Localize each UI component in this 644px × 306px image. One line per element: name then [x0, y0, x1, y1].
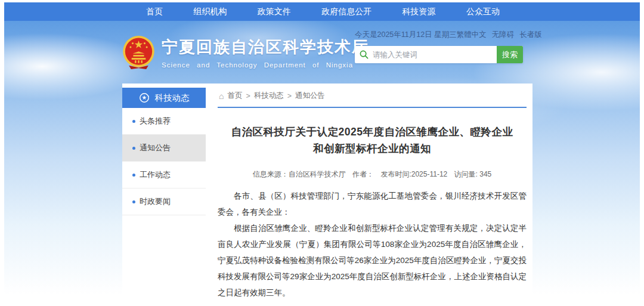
site-brand[interactable]: 宁夏回族自治区科学技术厅 Science and Technology Depa… — [122, 35, 369, 70]
breadcrumb-tech-dynamics[interactable]: 科技动态 — [254, 91, 284, 101]
nav-item-government-info-disclosure[interactable]: 政府信息公开 — [321, 7, 371, 17]
home-icon: ⌂ — [219, 92, 224, 100]
sidebar-item-headline-recommend[interactable]: 头条推荐 — [122, 108, 206, 135]
bullet-icon — [132, 174, 135, 177]
quick-links: 繁體中文 无障碍 长者版 — [457, 30, 542, 40]
sidebar-item-current-politics[interactable]: 时政要闻 — [122, 188, 206, 215]
link-traditional-chinese[interactable]: 繁體中文 — [457, 30, 487, 40]
article-meta: 信息来源：自治区科学技术厅 作者： 发布时间:2025-11-12 访问量: 3… — [218, 169, 527, 180]
sidebar-section-tech-dynamics[interactable]: 科技动态 — [122, 88, 206, 108]
brand-text: 宁夏回族自治区科学技术厅 Science and Technology Depa… — [162, 36, 369, 69]
article-paragraph: 各市、县（区）科技管理部门，宁东能源化工基地管委会，银川经济技术开发区管委会，各… — [218, 188, 527, 220]
search-input[interactable] — [373, 46, 497, 63]
breadcrumb-separator: > — [287, 92, 292, 100]
page: 首页 组织机构 政策文件 政府信息公开 科技资源 公众互动 — [0, 0, 644, 306]
breadcrumb: ⌂ 首页 > 科技动态 > 通知公告 — [218, 88, 527, 108]
sidebar-item-label: 头条推荐 — [140, 116, 171, 126]
sidebar: 科技动态 头条推荐 通知公告 工作动态 — [122, 88, 206, 215]
meta-source: 信息来源：自治区科学技术厅 — [253, 170, 346, 178]
meta-publish-date: 发布时间:2025-11-12 — [380, 170, 447, 178]
dynamics-icon — [139, 92, 150, 103]
sidebar-item-label: 时政要闻 — [140, 196, 171, 207]
link-accessibility[interactable]: 无障碍 — [492, 30, 515, 40]
sidebar-menu: 头条推荐 通知公告 工作动态 时政要闻 — [122, 108, 206, 215]
meta-views: 访问量: 345 — [454, 170, 492, 178]
site-subtitle: Science and Technology Department of Nin… — [162, 61, 369, 69]
meta-author: 作者： — [352, 170, 374, 178]
article-body: 各市、县（区）科技管理部门，宁东能源化工基地管委会，银川经济技术开发区管委会，各… — [218, 188, 527, 301]
breadcrumb-separator: > — [246, 92, 250, 100]
article-area: ⌂ 首页 > 科技动态 > 通知公告 自治区科技厅关于认定2025年度自治区雏鹰… — [218, 88, 527, 306]
sidebar-title: 科技动态 — [155, 92, 190, 104]
search-icon — [355, 46, 373, 63]
article-title-line1: 自治区科技厅关于认定2025年度自治区雏鹰企业、瞪羚企业 — [231, 126, 513, 138]
search-button[interactable]: 搜索 — [497, 46, 523, 63]
sidebar-item-label: 通知公告 — [140, 143, 171, 153]
article-title: 自治区科技厅关于认定2025年度自治区雏鹰企业、瞪羚企业 和创新型标杆企业的通知 — [218, 123, 527, 157]
breadcrumb-notices[interactable]: 通知公告 — [295, 91, 325, 101]
nav-item-policy-documents[interactable]: 政策文件 — [258, 7, 291, 17]
national-emblem-logo — [122, 35, 155, 70]
bullet-icon — [132, 147, 135, 150]
sidebar-item-notices[interactable]: 通知公告 — [122, 135, 206, 162]
sky-background: 宁夏回族自治区科学技术厅 Science and Technology Depa… — [4, 21, 640, 306]
site-title: 宁夏回族自治区科学技术厅 — [162, 36, 369, 58]
search-bar: 搜索 — [355, 46, 523, 63]
bullet-icon — [132, 120, 135, 123]
nav-item-home[interactable]: 首页 — [146, 7, 163, 17]
link-elder-version[interactable]: 长者版 — [519, 30, 542, 40]
nav-item-tech-resources[interactable]: 科技资源 — [402, 7, 436, 17]
article-title-line2: 和创新型标杆企业的通知 — [313, 143, 431, 154]
article-paragraph: 根据自治区雏鹰企业、瞪羚企业和创新型标杆企业认定管理有关规定，决定认定半亩良人农… — [218, 220, 527, 301]
header-utility: 今天是2025年11月12日 星期三 繁體中文 无障碍 长者版 搜索 — [355, 30, 523, 63]
nav-item-public-interaction[interactable]: 公众互动 — [466, 7, 500, 17]
current-date: 今天是2025年11月12日 星期三 — [355, 30, 457, 40]
sidebar-item-work-dynamics[interactable]: 工作动态 — [122, 162, 206, 188]
breadcrumb-home[interactable]: 首页 — [227, 91, 242, 101]
bullet-icon — [132, 200, 135, 203]
top-nav: 首页 组织机构 政策文件 政府信息公开 科技资源 公众互动 — [4, 2, 640, 21]
nav-item-organization[interactable]: 组织机构 — [193, 7, 227, 17]
content-panel: 科技动态 头条推荐 通知公告 工作动态 — [122, 84, 532, 306]
sidebar-item-label: 工作动态 — [140, 169, 171, 180]
